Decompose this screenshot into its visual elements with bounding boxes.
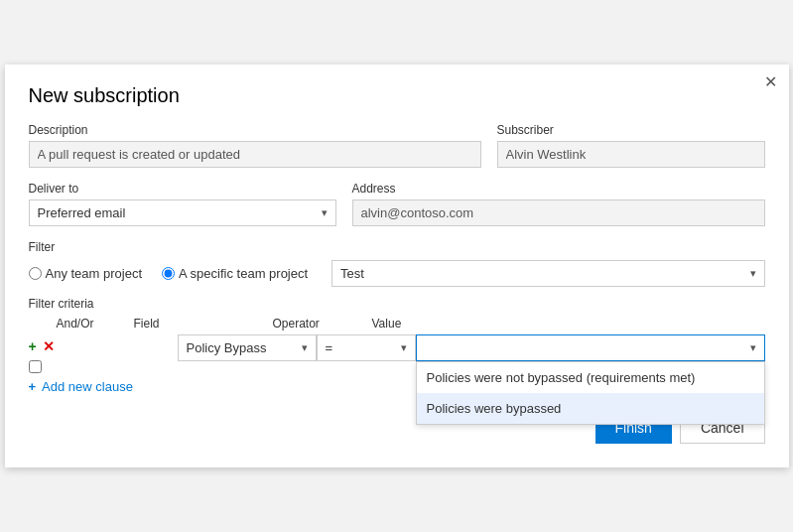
address-label: Address bbox=[352, 182, 765, 196]
filter-criteria-section: Filter criteria And/Or Field Operator Va… bbox=[29, 297, 765, 394]
value-cell: ▾ Policies were not bypassed (requiremen… bbox=[416, 334, 765, 361]
deliver-to-label: Deliver to bbox=[29, 182, 336, 196]
close-button[interactable]: ✕ bbox=[764, 74, 777, 90]
add-criteria-icon[interactable]: + bbox=[29, 338, 37, 354]
operator-select[interactable]: = bbox=[318, 335, 415, 360]
project-select[interactable]: Test Demo Production bbox=[332, 261, 763, 286]
subscriber-input bbox=[497, 141, 765, 168]
dropdown-item-2[interactable]: Policies were bypassed bbox=[417, 393, 764, 424]
field-select-wrapper[interactable]: Policy Bypass ▾ bbox=[178, 334, 317, 361]
any-team-project-text: Any team project bbox=[46, 266, 143, 281]
criteria-fields-wrapper: Policy Bypass ▾ = ▾ bbox=[100, 334, 765, 361]
project-select-wrapper[interactable]: Test Demo Production ▾ bbox=[331, 260, 764, 287]
col-operator-header: Operator bbox=[273, 317, 372, 331]
deliver-address-row: Deliver to Preferred email Email Teams ▾… bbox=[29, 182, 765, 226]
new-subscription-dialog: ✕ New subscription Description Subscribe… bbox=[5, 65, 789, 467]
any-team-project-radio[interactable] bbox=[29, 267, 42, 280]
criteria-icons-row: + ✕ Policy Bypass ▾ bbox=[29, 334, 765, 373]
value-dropdown: Policies were not bypassed (requirements… bbox=[416, 361, 765, 425]
criteria-icons: + ✕ bbox=[29, 334, 88, 373]
col-andor-header: And/Or bbox=[57, 317, 126, 331]
specific-team-project-radio[interactable] bbox=[162, 267, 175, 280]
specific-team-project-text: A specific team project bbox=[179, 266, 308, 281]
criteria-row-1: Policy Bypass ▾ = ▾ bbox=[100, 334, 765, 361]
filter-criteria-label: Filter criteria bbox=[29, 297, 765, 311]
description-input bbox=[29, 141, 481, 168]
add-clause-label: Add new clause bbox=[42, 379, 133, 394]
operator-cell: = ▾ bbox=[317, 334, 416, 361]
dialog-title: New subscription bbox=[29, 84, 765, 107]
specific-team-project-label[interactable]: A specific team project bbox=[162, 266, 308, 281]
subscriber-label: Subscriber bbox=[497, 123, 765, 137]
operator-select-wrapper[interactable]: = ▾ bbox=[317, 334, 416, 361]
filter-radio-row: Any team project A specific team project… bbox=[29, 260, 765, 287]
dropdown-item-1[interactable]: Policies were not bypassed (requirements… bbox=[417, 362, 764, 393]
col-field-header: Field bbox=[134, 317, 273, 331]
field-cell: Policy Bypass ▾ bbox=[178, 334, 317, 361]
value-input[interactable] bbox=[417, 335, 764, 360]
filter-label: Filter bbox=[29, 240, 765, 254]
description-label: Description bbox=[29, 123, 481, 137]
criteria-col-headers: And/Or Field Operator Value bbox=[29, 317, 765, 331]
field-select[interactable]: Policy Bypass bbox=[179, 335, 316, 360]
address-input bbox=[352, 200, 765, 226]
address-group: Address bbox=[352, 182, 765, 226]
any-team-project-label[interactable]: Any team project bbox=[29, 266, 143, 281]
delete-criteria-icon[interactable]: ✕ bbox=[43, 338, 55, 354]
description-subscriber-row: Description Subscriber bbox=[29, 123, 765, 168]
subscriber-group: Subscriber bbox=[497, 123, 765, 168]
description-group: Description bbox=[29, 123, 481, 168]
deliver-to-select[interactable]: Preferred email Email Teams bbox=[30, 200, 335, 225]
deliver-to-select-wrapper[interactable]: Preferred email Email Teams ▾ bbox=[29, 200, 336, 226]
criteria-checkbox[interactable] bbox=[29, 360, 42, 373]
filter-section: Filter Any team project A specific team … bbox=[29, 240, 765, 287]
col-value-header: Value bbox=[372, 317, 765, 331]
value-input-wrapper[interactable]: ▾ bbox=[416, 334, 765, 361]
deliver-to-group: Deliver to Preferred email Email Teams ▾ bbox=[29, 182, 336, 226]
add-clause-plus-icon: + bbox=[29, 379, 37, 394]
